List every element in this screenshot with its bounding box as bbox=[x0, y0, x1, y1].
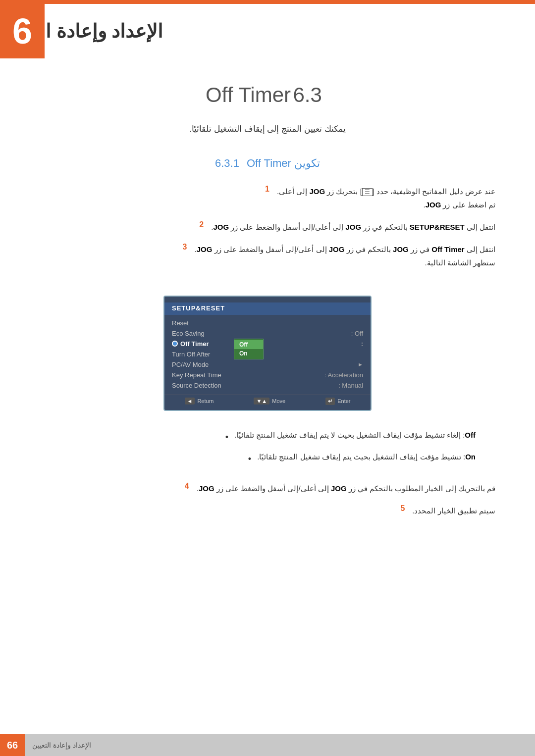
step-4-text: قم بالتحريك إلى الخيار المطلوب بالتحكم ف… bbox=[197, 482, 495, 495]
intro-text: يمكنك تعيين المنتج إلى إيقاف التشغيل تلق… bbox=[0, 117, 535, 152]
page-footer: الإعداد وإعادة التعيين 66 bbox=[0, 734, 535, 756]
bullet-on: On: تنشيط مؤقت إيقاف التشغيل بحيث يتم إي… bbox=[40, 450, 476, 467]
step-2: انتقل إلى SETUP&RESET بالتحكم في زر JOG … bbox=[40, 220, 495, 234]
step-1-text: عند عرض دليل المفاتيح الوظيفية، حدد [☰] … bbox=[277, 185, 495, 211]
step-1: عند عرض دليل المفاتيح الوظيفية، حدد [☰] … bbox=[40, 185, 495, 211]
section-number: 6.3 bbox=[293, 83, 321, 106]
section-title-block: Off Timer 6.3 bbox=[0, 58, 535, 117]
chapter-number: 6 bbox=[12, 11, 32, 51]
osd-row-offtimer: Off Timer : Off On bbox=[164, 339, 371, 349]
step-4-number: 4 bbox=[177, 482, 189, 491]
osd-dropdown: Off On bbox=[234, 339, 264, 359]
step-2-text: انتقل إلى SETUP&RESET بالتحكم في زر JOG … bbox=[211, 220, 495, 234]
osd-row-turnoff: Turn Off After bbox=[164, 349, 371, 359]
footer-chapter-title: الإعداد وإعادة التعيين bbox=[32, 741, 91, 749]
step-5-text: سيتم تطبيق الخيار المحدد. bbox=[412, 504, 495, 517]
page-header: الإعداد وإعادة التعيين 6 bbox=[0, 4, 535, 58]
osd-dd-off: Off bbox=[234, 340, 263, 349]
bullet-dot-off: • bbox=[222, 429, 228, 445]
step-3: انتقل إلى Off Timer في زر JOG بالتحكم في… bbox=[40, 243, 495, 269]
step-1-number: 1 bbox=[257, 185, 269, 194]
osd-row-keyrepeat: Key Repeat Time : Acceleration bbox=[164, 370, 371, 380]
step-4: قم بالتحريك إلى الخيار المطلوب بالتحكم ف… bbox=[40, 482, 495, 495]
subsection-label: تكوين Off Timer bbox=[247, 157, 320, 170]
bullet-off: Off: إلغاء تنشيط مؤقت إيقاف التشغيل بحيث… bbox=[40, 428, 476, 445]
osd-dd-on: On bbox=[234, 349, 263, 358]
steps-container: عند عرض دليل المفاتيح الوظيفية، حدد [☰] … bbox=[0, 180, 535, 283]
osd-btn-move: ▼▲ Move bbox=[254, 398, 285, 404]
footer-page-number: 66 bbox=[0, 734, 25, 756]
osd-row-pcav: PC/AV Mode ► bbox=[164, 359, 371, 370]
subsection-number: 6.3.1 bbox=[215, 157, 239, 170]
step-2-number: 2 bbox=[191, 220, 204, 229]
step-3-number: 3 bbox=[174, 243, 187, 252]
chapter-number-box: 6 bbox=[0, 4, 45, 58]
steps-4-5-container: قم بالتحريك إلى الخيار المطلوب بالتحكم ف… bbox=[0, 477, 535, 531]
step-3-text: انتقل إلى Off Timer في زر JOG بالتحكم في… bbox=[194, 243, 495, 269]
osd-footer: ◄ Return ▼▲ Move ↵ Enter bbox=[164, 395, 371, 406]
step-5-number: 5 bbox=[392, 504, 405, 513]
osd-arrow-icon: ► bbox=[358, 361, 363, 367]
section-title-text: Off Timer bbox=[206, 83, 291, 106]
osd-active-dot bbox=[172, 341, 178, 347]
osd-title: SETUP&RESET bbox=[164, 302, 371, 315]
osd-row-reset: Reset bbox=[164, 318, 371, 328]
osd-menu: SETUP&RESET Reset Eco Saving : Off Off T… bbox=[163, 296, 372, 411]
top-bar bbox=[0, 0, 535, 4]
step-5: سيتم تطبيق الخيار المحدد. 5 bbox=[40, 504, 495, 517]
osd-row-sourcedet: Source Detection : Manual bbox=[164, 380, 371, 391]
osd-btn-enter: ↵ Enter bbox=[325, 398, 350, 405]
osd-row-eco: Eco Saving : Off bbox=[164, 328, 371, 339]
osd-btn-return: ◄ Return bbox=[185, 398, 214, 404]
subsection-title: 6.3.1 تكوين Off Timer bbox=[0, 152, 535, 180]
bullet-dot-on: • bbox=[245, 451, 251, 467]
bullet-list: Off: إلغاء تنشيط مؤقت إيقاف التشغيل بحيث… bbox=[0, 423, 535, 477]
